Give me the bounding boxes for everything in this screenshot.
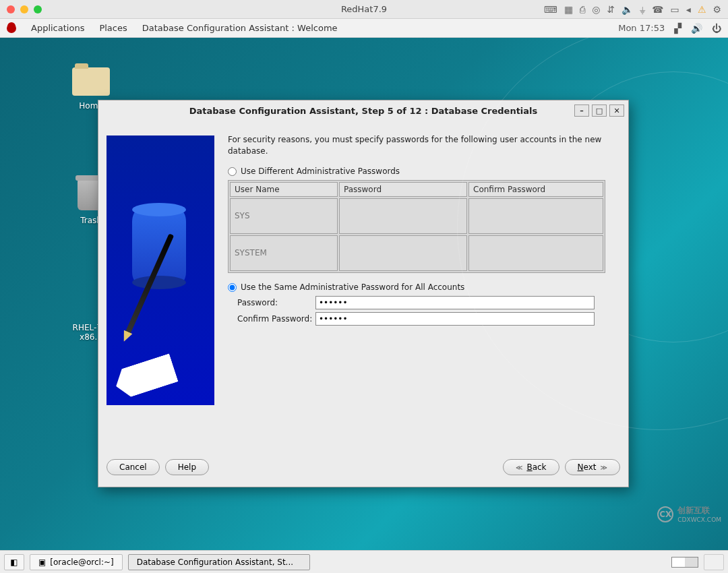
menu-places[interactable]: Places (99, 23, 127, 33)
tray-button[interactable] (704, 554, 724, 570)
workspace-switcher-button[interactable]: ◧ (4, 554, 24, 570)
dbca-dialog: Database Configuration Assistant, Step 5… (98, 100, 629, 487)
help-button[interactable]: Help (165, 459, 209, 475)
watermark: CX 创新互联 CDXWCX.COM (657, 505, 721, 523)
zoom-icon[interactable] (34, 5, 42, 13)
next-button[interactable]: Next≫ (565, 459, 620, 475)
gnome-top-bar: Applications Places Database Configurati… (0, 19, 728, 38)
window-maximize-button[interactable]: □ (592, 104, 607, 117)
menu-applications[interactable]: Applications (31, 23, 84, 33)
password-input[interactable] (315, 296, 595, 309)
col-username: User Name (230, 182, 338, 197)
sound-icon: 🔈 (621, 4, 633, 15)
usb-icon: ⎙ (580, 4, 585, 15)
window-close-button[interactable]: ✕ (609, 104, 624, 117)
keyboard-icon: ⌨ (544, 4, 557, 15)
network-status-icon[interactable]: ▞ (674, 23, 681, 34)
col-password: Password (339, 182, 467, 197)
watermark-text: 创新互联 (677, 505, 721, 516)
confirm-password-label: Confirm Password: (228, 314, 315, 324)
cell-confirm[interactable] (468, 235, 603, 271)
radio-same-password[interactable] (228, 283, 237, 292)
back-icon: ◂ (686, 4, 691, 15)
password-label: Password: (228, 298, 315, 307)
task-dbca-label: Database Configuration Assistant, St... (137, 557, 293, 567)
col-confirm: Confirm Password (468, 182, 603, 197)
chevron-right-icon: ≫ (601, 464, 607, 471)
redhat-logo-icon (7, 24, 16, 33)
table-row: SYS (230, 198, 603, 234)
network-icon: ⇵ (607, 4, 615, 15)
window-minimize-button[interactable]: – (574, 104, 589, 117)
workspace-indicator[interactable] (671, 557, 698, 568)
close-icon[interactable] (7, 5, 15, 13)
chip-icon: ▦ (564, 4, 573, 15)
table-row: SYSTEM (230, 235, 603, 271)
cancel-button[interactable]: Cancel (107, 459, 160, 475)
minimize-icon[interactable] (20, 5, 28, 13)
task-terminal[interactable]: ▣ [oracle@orcl:~] (30, 554, 123, 570)
admin-passwords-table: User Name Password Confirm Password SYS (228, 180, 605, 273)
watermark-sub: CDXWCX.COM (677, 516, 721, 523)
back-button[interactable]: ≪Back (503, 459, 559, 475)
warning-icon: ⚠ (698, 4, 706, 15)
watermark-icon: CX (657, 506, 673, 522)
chevron-left-icon: ≪ (516, 464, 522, 471)
dialog-title: Database Configuration Assistant, Step 5… (189, 106, 538, 116)
radio-same-label: Use the Same Administrative Password for… (241, 282, 464, 292)
power-status-icon[interactable]: ⏻ (712, 23, 721, 34)
cell-username: SYS (230, 198, 338, 234)
terminal-icon: ▣ (38, 557, 46, 567)
dialog-titlebar[interactable]: Database Configuration Assistant, Step 5… (98, 100, 628, 121)
task-terminal-label: [oracle@orcl:~] (50, 557, 113, 567)
cell-password[interactable] (339, 198, 467, 234)
task-dbca[interactable]: Database Configuration Assistant, St... (128, 554, 310, 570)
folder-icon (72, 67, 110, 96)
radio-different-passwords[interactable] (228, 167, 237, 176)
desktop: Home Trash RHEL-7.9 x86... Database Conf… (0, 38, 728, 550)
cell-confirm[interactable] (468, 198, 603, 234)
dialog-footer: Cancel Help ≪Back Next≫ (98, 454, 628, 487)
display-icon: ▭ (671, 4, 679, 15)
cell-username: SYSTEM (230, 235, 338, 271)
phone-icon: ☎ (652, 4, 663, 15)
vm-titlebar: RedHat7.9 ⌨ ▦ ⎙ ◎ ⇵ 🔈 ⏚ ☎ ▭ ◂ ⚠ ⚙ (0, 0, 728, 19)
gnome-taskbar: ◧ ▣ [oracle@orcl:~] Database Configurati… (0, 550, 728, 573)
active-window-title[interactable]: Database Configuration Assistant : Welco… (142, 23, 338, 33)
gear-icon[interactable]: ⚙ (712, 4, 721, 15)
cell-password[interactable] (339, 235, 467, 271)
vm-status-icons: ⌨ ▦ ⎙ ◎ ⇵ 🔈 ⏚ ☎ ▭ ◂ ⚠ ⚙ (544, 4, 721, 15)
confirm-password-input[interactable] (315, 312, 595, 326)
volume-status-icon[interactable]: 🔊 (691, 23, 702, 34)
disc-icon: ◎ (592, 4, 600, 15)
wizard-banner-image (107, 135, 214, 405)
gnome-clock[interactable]: Mon 17:53 (618, 23, 665, 33)
radio-different-label: Use Different Administrative Passwords (241, 167, 400, 176)
vm-title: RedHat7.9 (341, 4, 387, 14)
dialog-intro-text: For security reasons, you must specify p… (228, 134, 605, 157)
mic-icon: ⏚ (640, 4, 645, 15)
